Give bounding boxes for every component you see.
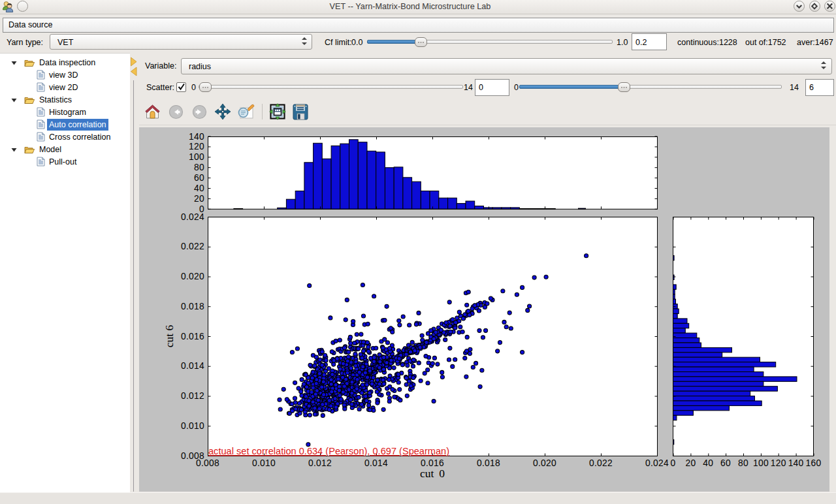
svg-text:60: 60 (194, 173, 204, 183)
svg-text:0.010: 0.010 (252, 458, 276, 468)
svg-text:20: 20 (685, 458, 696, 468)
svg-text:0.014: 0.014 (364, 458, 388, 468)
svg-text:0.014: 0.014 (181, 361, 204, 371)
svg-text:0: 0 (671, 458, 676, 468)
svg-text:20: 20 (194, 194, 204, 204)
svg-text:0.020: 0.020 (533, 458, 556, 468)
svg-text:0.012: 0.012 (308, 458, 332, 468)
svg-text:0.010: 0.010 (181, 421, 204, 431)
svg-text:160: 160 (806, 458, 822, 468)
svg-text:0.008: 0.008 (196, 458, 219, 468)
svg-text:100: 100 (753, 458, 769, 468)
svg-text:140: 140 (189, 132, 204, 142)
svg-text:cut 0: cut 0 (420, 467, 445, 480)
svg-text:100: 100 (189, 152, 204, 162)
svg-text:0.022: 0.022 (589, 458, 613, 468)
svg-text:0.018: 0.018 (181, 302, 204, 311)
svg-text:0.024: 0.024 (645, 458, 669, 468)
svg-text:0.020: 0.020 (181, 272, 204, 281)
svg-text:120: 120 (189, 142, 204, 151)
svg-text:80: 80 (194, 163, 204, 172)
svg-text:0.024: 0.024 (181, 212, 204, 222)
svg-text:40: 40 (703, 458, 713, 468)
svg-text:0.022: 0.022 (181, 242, 204, 251)
svg-text:140: 140 (788, 458, 804, 468)
svg-text:cut 6: cut 6 (163, 325, 176, 348)
svg-text:60: 60 (720, 458, 731, 468)
svg-text:0.018: 0.018 (477, 458, 500, 468)
svg-text:0.012: 0.012 (181, 391, 204, 401)
svg-text:actual set correlation 0.634 (: actual set correlation 0.634 (Pearson), … (208, 446, 449, 456)
svg-text:120: 120 (771, 458, 786, 468)
svg-text:40: 40 (194, 183, 204, 193)
svg-text:80: 80 (738, 458, 748, 468)
svg-text:0.016: 0.016 (181, 332, 204, 341)
